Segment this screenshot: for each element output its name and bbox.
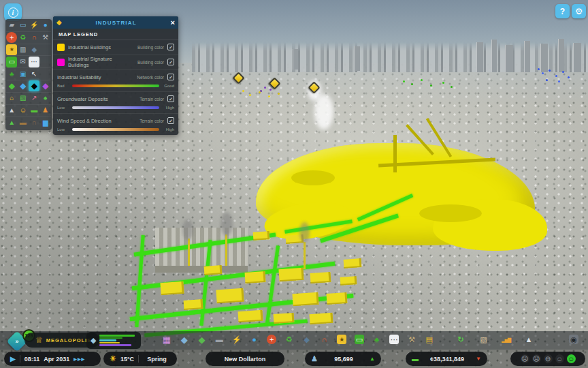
infoview-greenery[interactable]: ♠	[40, 93, 51, 104]
education-menu[interactable]: ◆	[301, 333, 313, 346]
police-menu[interactable]: ★	[336, 333, 348, 346]
infoview-administration[interactable]: ▥	[18, 44, 29, 55]
face-neutral-icon: ⊖	[544, 354, 553, 363]
demand-icon: ◆	[91, 336, 96, 345]
infoview-roads[interactable]: ▰	[6, 20, 17, 31]
map-overview-button[interactable]: ▧	[477, 333, 489, 346]
infoview-fire[interactable]: ∩	[29, 32, 39, 43]
signature-menu[interactable]: ▤	[423, 333, 436, 346]
infoview-industrial-selected[interactable]: ◆	[29, 80, 39, 91]
infoview-office[interactable]: ◆	[40, 80, 51, 91]
infoview-healthcare[interactable]: +	[6, 32, 17, 43]
money-trend-down-icon: ▼	[476, 356, 481, 362]
infoview-post[interactable]: ✉	[18, 57, 29, 67]
industrial-legend-panel: ◆ INDUSTRIAL × MAP LEGEND Industrial Bui…	[53, 16, 178, 135]
monuments-button[interactable]: ▲	[523, 333, 535, 346]
gradient-max-label: High	[162, 106, 174, 110]
demand-bar-office	[99, 344, 131, 346]
population-count: 95,699	[322, 356, 365, 363]
transportation-menu[interactable]: ▭	[353, 333, 365, 346]
infoview-water[interactable]: ●	[40, 20, 51, 31]
face-very-sad-icon: ☹	[521, 354, 529, 363]
map-tiles-menu[interactable]: ◆	[195, 333, 208, 346]
season: Spring	[143, 356, 171, 363]
legend-label: Industrial Suitability	[57, 74, 133, 80]
infoview-terrain[interactable]: ▲	[6, 117, 17, 128]
legend-type: Network color	[137, 75, 164, 80]
close-icon[interactable]: ×	[171, 19, 175, 27]
electricity-menu[interactable]: ⚡	[231, 333, 243, 346]
infoview-education[interactable]: ◆	[29, 44, 39, 55]
legend-checkbox[interactable]: ✓	[167, 74, 174, 80]
skyscraper	[573, 43, 581, 72]
color-swatch	[57, 59, 65, 66]
communications-menu[interactable]: ⋯	[388, 333, 400, 346]
infoview-electricity[interactable]: ⚡	[29, 20, 39, 31]
legend-label: Groundwater Deposits	[57, 96, 136, 102]
infoview-soil[interactable]: ▬	[18, 117, 29, 128]
smoke	[220, 213, 233, 236]
roads-menu[interactable]: ▬	[213, 333, 225, 346]
fire-menu[interactable]: ∩	[318, 333, 330, 346]
city-name: New Dollarton	[225, 356, 266, 363]
infoview-statistics[interactable]: ↗	[29, 93, 39, 104]
infoview-transportation[interactable]: ▭	[6, 57, 17, 67]
demand-panel[interactable]: ◆	[86, 332, 141, 349]
face-very-happy-icon: ☺	[567, 354, 576, 363]
ore-shadow-patch	[419, 204, 482, 222]
industrial-building	[216, 288, 244, 304]
infoview-districts[interactable]: ▧	[18, 93, 29, 104]
infoview-commercial[interactable]: ◆	[18, 80, 29, 91]
play-button[interactable]: ▶	[10, 355, 16, 363]
legend-checkbox[interactable]: ✓	[167, 117, 174, 124]
water-menu[interactable]: ●	[248, 333, 261, 346]
money-pill[interactable]: ▬ ¢38,341,849 ▼	[406, 352, 487, 366]
legend-checkbox[interactable]: ✓	[167, 95, 174, 102]
city-name-pill[interactable]: New Dollarton	[206, 352, 284, 366]
infoview-police[interactable]: ★	[6, 44, 17, 55]
infoview-residential[interactable]: ◆	[6, 80, 17, 91]
infoview-land-value[interactable]: ⌂	[6, 93, 17, 104]
population-icon: ♟	[311, 354, 318, 363]
statistics-button[interactable]: ▂▅▇	[500, 333, 512, 346]
infoview-communications[interactable]: ⋯	[29, 57, 39, 67]
main-toolbar: ▦ ◆ ◆ ▬ ⚡ ● + ♻ ◆ ∩ ★ ▭ ♣ ⋯ ⚒ ▤	[161, 333, 436, 346]
infoview-routes[interactable]: ↖	[29, 69, 39, 80]
gradient-max-label: Good	[162, 84, 174, 88]
industrial-building	[326, 292, 347, 305]
legend-type: Terrain color	[140, 97, 164, 102]
speed-control[interactable]: ▶▶▶	[74, 356, 85, 361]
infoview-electronics[interactable]: ▭	[18, 20, 29, 31]
settings-button[interactable]: ⚙	[572, 4, 586, 18]
infoview-maintenance[interactable]: ⚒	[40, 32, 51, 43]
legend-type: Terrain color	[140, 119, 164, 123]
infoview-tourism[interactable]: ▣	[18, 69, 29, 80]
infoview-parks[interactable]: ♣	[6, 69, 17, 80]
landscaping-menu[interactable]: ⚒	[406, 333, 418, 346]
milestone-name: MEGALOPOLIS	[46, 337, 91, 343]
legend-checkbox[interactable]: ✓	[167, 44, 174, 50]
zoning-menu[interactable]: ▦	[161, 333, 173, 346]
infoview-water-resources[interactable]: ▆	[40, 117, 51, 128]
happiness-pill[interactable]: ☹ ☹ ⊖ ☺ ☺	[510, 352, 585, 366]
infoview-economy[interactable]: ▬	[29, 105, 39, 116]
divider	[138, 355, 139, 363]
progression-button[interactable]: ↻	[455, 333, 467, 346]
photo-mode-button[interactable]: ◉	[568, 333, 580, 346]
infoview-happiness[interactable]: ☺	[18, 105, 29, 116]
healthcare-menu[interactable]: +	[265, 333, 278, 346]
smokestack	[304, 242, 306, 269]
parks-menu[interactable]: ♣	[371, 333, 383, 346]
infoview-garbage[interactable]: ♻	[18, 32, 29, 43]
population-pill[interactable]: ♟ 95,699 ▲	[305, 352, 381, 366]
help-button[interactable]: ?	[555, 4, 570, 18]
face-happy-icon: ☺	[555, 354, 564, 363]
skyscraper	[505, 45, 513, 72]
legend-checkbox[interactable]: ✓	[167, 59, 174, 65]
infoview-population[interactable]: ♟	[40, 105, 51, 116]
infoview-ore[interactable]: ∩	[29, 117, 39, 128]
infoview-deposits[interactable]: ▲	[6, 105, 17, 116]
areas-menu[interactable]: ◆	[178, 333, 191, 346]
garbage-menu[interactable]: ♻	[283, 333, 295, 346]
grid-spacer	[40, 69, 51, 80]
